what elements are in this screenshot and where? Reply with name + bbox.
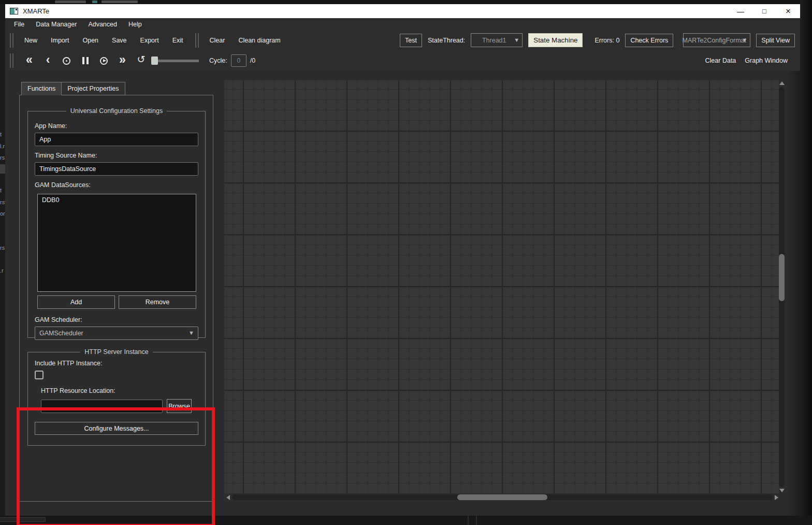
background-tab-mark xyxy=(102,1,138,3)
graph-actions-group: Clear Data Graph Window xyxy=(705,57,794,64)
open-button[interactable]: Open xyxy=(78,34,103,47)
window-title: XMARTe xyxy=(23,7,49,15)
app-name-label: App Name: xyxy=(35,122,198,130)
screen: t l.r rs t rst on rs .r XMARTe — □ × Fil… xyxy=(0,0,812,525)
background-divider xyxy=(468,516,469,525)
save-button[interactable]: Save xyxy=(107,34,132,47)
background-tab-mark xyxy=(92,1,97,3)
chevron-down-icon: ▼ xyxy=(189,330,194,336)
gam-scheduler-value: GAMScheduler xyxy=(39,330,83,337)
include-http-label: Include HTTP Instance: xyxy=(35,360,198,367)
menu-file[interactable]: File xyxy=(9,20,29,29)
file-actions-group: New Import Open Save Export Exit xyxy=(18,34,190,47)
http-resource-input[interactable] xyxy=(41,400,163,413)
pause-icon[interactable] xyxy=(79,55,91,67)
record-icon[interactable] xyxy=(61,55,72,67)
menu-bar: File Data Manager Advanced Help xyxy=(5,18,800,30)
datasource-buttons: Add Remove xyxy=(37,295,196,309)
timing-source-input[interactable] xyxy=(35,162,198,176)
file-fragment: rst xyxy=(0,199,5,205)
file-fragment: t xyxy=(0,187,2,193)
split-view-button[interactable]: Split View xyxy=(756,34,795,47)
scroll-up-icon[interactable] xyxy=(779,81,785,85)
tab-project-properties[interactable]: Project Properties xyxy=(62,82,125,95)
gam-scheduler-select[interactable]: GAMScheduler ▼ xyxy=(35,327,198,340)
app-icon xyxy=(10,8,18,15)
tab-functions[interactable]: Functions xyxy=(21,82,62,95)
include-http-checkbox[interactable] xyxy=(35,371,44,379)
slider-track[interactable] xyxy=(151,60,199,62)
state-machine-button[interactable]: State Machine xyxy=(528,33,583,47)
gam-datasources-list[interactable]: DDB0 xyxy=(37,194,196,292)
scroll-left-icon[interactable] xyxy=(226,495,230,500)
http-server-instance-legend: HTTP Server Instance xyxy=(80,348,152,356)
file-fragment: .r xyxy=(0,267,4,274)
state-toolbar-group: Test StateThread: Thread1 ▼ State Machin… xyxy=(400,33,795,47)
toolbar-grip-handle[interactable] xyxy=(10,33,13,48)
reset-icon[interactable]: ↺ xyxy=(135,55,147,67)
menu-help[interactable]: Help xyxy=(124,20,147,29)
config-format-select[interactable]: MARTe2ConfigFormat ▼ xyxy=(683,33,750,47)
clean-diagram-button[interactable]: Clean diagram xyxy=(234,34,285,47)
background-panel-edge xyxy=(0,517,46,522)
horizontal-scrollbar[interactable] xyxy=(226,494,778,501)
play-icon[interactable] xyxy=(98,55,110,67)
vertical-scrollbar[interactable] xyxy=(778,81,786,492)
thread-select-value: Thread1 xyxy=(482,37,506,44)
file-fragment: t xyxy=(0,131,2,137)
cycle-slider[interactable] xyxy=(151,56,199,65)
functions-panel: Universal Configuration Settings App Nam… xyxy=(19,95,213,502)
universal-configuration-group: Universal Configuration Settings App Nam… xyxy=(27,107,206,338)
http-resource-label: HTTP Resource Location: xyxy=(41,387,198,394)
file-fragment: rs xyxy=(0,154,5,161)
graph-window-button[interactable]: Graph Window xyxy=(745,57,788,64)
new-button[interactable]: New xyxy=(20,34,42,47)
skip-forward-icon[interactable]: » xyxy=(117,55,128,67)
universal-configuration-legend: Universal Configuration Settings xyxy=(66,107,167,115)
background-window-strip xyxy=(0,0,812,4)
cycle-input[interactable] xyxy=(231,54,247,67)
minimize-button[interactable]: — xyxy=(729,4,752,18)
step-back-icon[interactable]: ‹ xyxy=(42,55,54,67)
list-item[interactable]: DDB0 xyxy=(38,195,196,205)
diagram-canvas[interactable] xyxy=(224,80,779,493)
toolbar-grip-handle[interactable] xyxy=(195,33,199,48)
horizontal-scrollbar-thumb[interactable] xyxy=(457,494,547,500)
scroll-down-icon[interactable] xyxy=(779,489,785,492)
remove-button[interactable]: Remove xyxy=(119,295,196,309)
clear-button[interactable]: Clear xyxy=(205,34,230,47)
clear-data-button[interactable]: Clear Data xyxy=(705,57,736,64)
toolbar-grip-handle[interactable] xyxy=(10,53,13,68)
menu-data-manager[interactable]: Data Manager xyxy=(31,20,81,29)
file-fragment: rs xyxy=(0,245,5,251)
background-tab-mark xyxy=(55,1,86,3)
add-button[interactable]: Add xyxy=(37,295,115,309)
desktop-background-right xyxy=(800,0,812,525)
menu-advanced[interactable]: Advanced xyxy=(83,20,122,29)
cycle-total: /0 xyxy=(250,57,255,64)
app-name-input[interactable] xyxy=(35,133,198,146)
slider-handle[interactable] xyxy=(151,56,158,65)
browse-button[interactable]: Browse xyxy=(167,399,192,413)
maximize-button[interactable]: □ xyxy=(752,4,776,18)
close-button[interactable]: × xyxy=(776,4,800,18)
exit-button[interactable]: Exit xyxy=(168,34,188,47)
xmarte-window: XMARTe — □ × File Data Manager Advanced … xyxy=(5,4,800,516)
thread-select[interactable]: Thread1 ▼ xyxy=(471,33,523,47)
scroll-right-icon[interactable] xyxy=(775,495,778,500)
errors-count-label: Errors: 0 xyxy=(594,37,619,44)
skip-back-icon[interactable]: « xyxy=(23,55,35,67)
configure-messages-button[interactable]: Configure Messages... xyxy=(35,422,198,435)
check-errors-button[interactable]: Check Errors xyxy=(625,34,673,47)
desktop-background-bottom xyxy=(0,516,812,525)
export-button[interactable]: Export xyxy=(136,34,164,47)
import-button[interactable]: Import xyxy=(46,34,74,47)
state-thread-label: StateThread: xyxy=(428,37,465,44)
http-server-instance-group: HTTP Server Instance Include HTTP Instan… xyxy=(27,348,206,446)
http-resource-row: Browse xyxy=(41,399,198,413)
vertical-scrollbar-thumb[interactable] xyxy=(779,254,785,301)
title-bar[interactable]: XMARTe — □ × xyxy=(5,4,800,18)
file-fragment: on xyxy=(0,210,5,217)
main-toolbar: New Import Open Save Export Exit Clear C… xyxy=(5,30,800,50)
test-button[interactable]: Test xyxy=(400,34,422,47)
